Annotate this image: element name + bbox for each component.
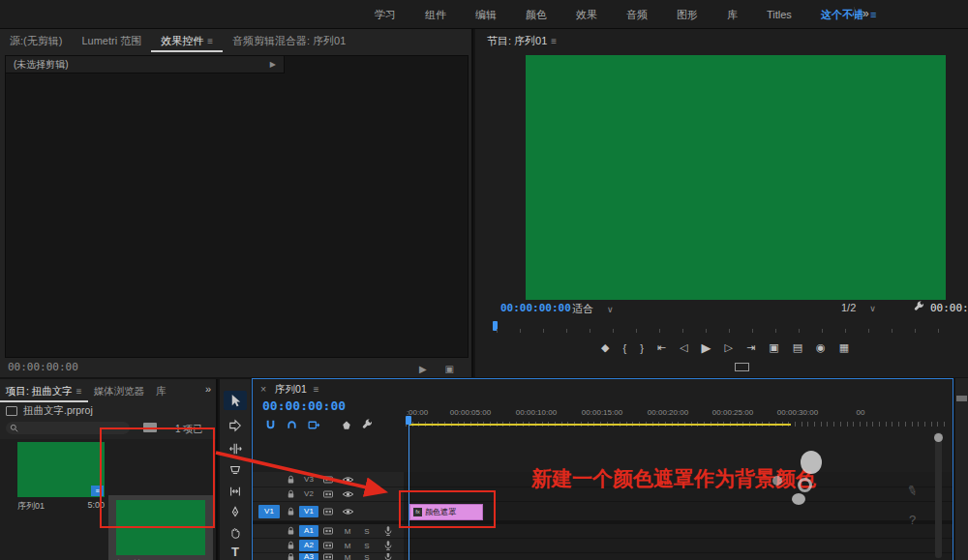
play-only-icons[interactable]: ▶ ▣ bbox=[419, 364, 462, 374]
lift-button[interactable]: ▣ bbox=[769, 341, 778, 354]
sync-lock-icon[interactable] bbox=[322, 540, 334, 551]
scrollbar-fragment[interactable] bbox=[956, 396, 967, 401]
tab-effect-controls[interactable]: 效果控件≡ bbox=[151, 29, 223, 52]
lock-icon[interactable] bbox=[286, 506, 296, 516]
workspace-tab-graphics[interactable]: 图形 bbox=[662, 8, 712, 22]
ripple-edit-tool-icon[interactable] bbox=[224, 439, 247, 458]
mark-out-button[interactable]: } bbox=[640, 342, 644, 354]
step-back-button[interactable]: ◁ bbox=[680, 341, 687, 354]
workspace-tab-titles[interactable]: Titles bbox=[752, 9, 806, 20]
track-select-forward-tool-icon[interactable] bbox=[224, 416, 247, 435]
razor-tool-icon[interactable] bbox=[224, 460, 247, 480]
mark-in-button[interactable]: { bbox=[622, 342, 626, 354]
project-file-row[interactable]: 扭曲文字.prproj bbox=[6, 404, 93, 418]
tab-source-monitor[interactable]: 源:(无剪辑) bbox=[0, 29, 72, 52]
workspace-overflow-button[interactable]: » bbox=[854, 7, 877, 20]
button-editor-toggle[interactable] bbox=[735, 363, 749, 371]
track-name-v2[interactable]: V2 bbox=[299, 488, 318, 500]
solo-button[interactable]: S bbox=[361, 542, 373, 550]
eye-icon[interactable] bbox=[342, 473, 354, 486]
track-lane-a3[interactable] bbox=[404, 553, 953, 560]
settings-wrench-icon[interactable] bbox=[913, 301, 925, 313]
sync-lock-icon[interactable] bbox=[322, 525, 334, 537]
extract-button[interactable]: ▤ bbox=[793, 341, 802, 354]
expand-arrow-icon[interactable]: ▶ bbox=[270, 56, 276, 73]
hand-tool-icon[interactable] bbox=[224, 523, 247, 543]
voiceover-mic-icon[interactable] bbox=[382, 525, 394, 537]
track-header-a2[interactable]: A2 M S bbox=[253, 539, 404, 553]
sync-lock-icon[interactable] bbox=[322, 474, 334, 486]
voiceover-mic-icon[interactable] bbox=[382, 553, 394, 560]
export-frame-button[interactable]: ◉ bbox=[816, 341, 826, 354]
comparison-view-button[interactable]: ▦ bbox=[839, 341, 849, 354]
tab-project[interactable]: 项目: 扭曲文字≡ bbox=[0, 379, 88, 402]
track-name-v3[interactable]: V3 bbox=[299, 474, 318, 486]
track-header-v2[interactable]: V2 bbox=[253, 487, 404, 502]
voiceover-mic-icon[interactable] bbox=[382, 540, 394, 551]
track-header-a1[interactable]: A1 M S bbox=[253, 524, 404, 539]
workspace-tab-editing[interactable]: 编辑 bbox=[461, 8, 511, 22]
sync-lock-icon[interactable] bbox=[322, 553, 334, 560]
mute-button[interactable]: M bbox=[342, 527, 353, 536]
program-panel-menu-icon[interactable]: ≡ bbox=[551, 36, 557, 46]
solo-button[interactable]: S bbox=[361, 553, 373, 560]
track-name-a3[interactable]: A3 bbox=[299, 553, 318, 560]
workspace-tab-learning[interactable]: 学习 bbox=[360, 8, 410, 22]
close-icon[interactable]: × bbox=[260, 383, 266, 395]
work-area-bar[interactable] bbox=[408, 424, 791, 426]
timeline-sequence-tab[interactable]: × 序列01 ≡ bbox=[260, 383, 319, 397]
add-marker-icon[interactable] bbox=[341, 420, 352, 431]
lock-icon[interactable] bbox=[286, 541, 296, 551]
track-name-v1[interactable]: V1 bbox=[299, 506, 318, 517]
nest-sequence-icon[interactable] bbox=[307, 419, 320, 431]
go-to-out-button[interactable]: ⇥ bbox=[746, 341, 755, 354]
type-tool-icon[interactable]: T bbox=[224, 542, 247, 560]
track-header-v1[interactable]: V1 V1 bbox=[253, 502, 404, 521]
fit-dropdown[interactable]: 适合∨ bbox=[572, 302, 614, 316]
project-tabs-overflow[interactable]: » bbox=[205, 383, 211, 395]
slip-tool-icon[interactable] bbox=[224, 482, 247, 501]
workspace-tab-effects[interactable]: 效果 bbox=[561, 8, 612, 22]
lock-icon[interactable] bbox=[286, 489, 296, 500]
tab-media-browser[interactable]: 媒体浏览器 bbox=[88, 379, 151, 402]
workspace-tab-libraries[interactable]: 库 bbox=[712, 8, 752, 22]
timeline-settings-wrench-icon[interactable] bbox=[361, 419, 374, 431]
mute-button[interactable]: M bbox=[342, 553, 353, 560]
timeline-current-timecode[interactable]: 00:00:00:00 bbox=[262, 398, 346, 413]
lock-icon[interactable] bbox=[286, 526, 296, 537]
eye-icon[interactable] bbox=[342, 488, 354, 501]
sync-lock-icon[interactable] bbox=[322, 506, 334, 517]
project-item-sequence-thumbnail[interactable]: ≡ bbox=[17, 442, 105, 497]
track-header-a3[interactable]: A3 M S bbox=[253, 553, 404, 560]
track-name-a1[interactable]: A1 bbox=[299, 525, 318, 537]
resolution-dropdown[interactable]: 1/2∨ bbox=[841, 302, 876, 313]
workspace-tab-audio[interactable]: 音频 bbox=[612, 8, 662, 22]
program-current-timecode[interactable]: 00:00:00:00 bbox=[500, 302, 571, 314]
project-item-name[interactable]: 序列01 bbox=[17, 500, 45, 513]
program-monitor-title[interactable]: 节目: 序列01≡ bbox=[487, 34, 557, 48]
tab-audio-clip-mixer[interactable]: 音频剪辑混合器: 序列01 bbox=[223, 29, 355, 52]
mute-button[interactable]: M bbox=[342, 542, 353, 550]
linked-selection-icon[interactable] bbox=[286, 419, 298, 431]
add-marker-button[interactable]: ◆ bbox=[601, 341, 609, 354]
pen-tool-icon[interactable] bbox=[224, 503, 247, 522]
lock-icon[interactable] bbox=[286, 553, 296, 560]
tab-lumetri-scopes[interactable]: Lumetri 范围 bbox=[72, 29, 151, 52]
program-scrub-bar[interactable] bbox=[493, 321, 955, 333]
track-name-a2[interactable]: A2 bbox=[299, 540, 318, 551]
eye-icon[interactable] bbox=[342, 505, 354, 517]
workspace-tab-color[interactable]: 颜色 bbox=[511, 8, 561, 22]
track-lane-a2[interactable] bbox=[404, 539, 953, 553]
step-forward-button[interactable]: ▷ bbox=[725, 341, 733, 354]
tab-libraries[interactable]: 库 bbox=[150, 379, 172, 402]
lock-icon[interactable] bbox=[286, 474, 296, 485]
timeline-vertical-scrollbar[interactable] bbox=[935, 432, 942, 558]
sync-lock-icon[interactable] bbox=[322, 488, 334, 500]
source-patch-v1[interactable]: V1 bbox=[258, 505, 280, 518]
solo-button[interactable]: S bbox=[361, 527, 373, 536]
scrollbar-knob[interactable] bbox=[934, 433, 943, 442]
project-panel-menu-icon[interactable]: ≡ bbox=[76, 386, 82, 397]
play-button[interactable]: ▶ bbox=[702, 340, 711, 355]
timeline-panel-menu-icon[interactable]: ≡ bbox=[314, 384, 319, 395]
track-header-v3[interactable]: V3 bbox=[253, 472, 404, 487]
